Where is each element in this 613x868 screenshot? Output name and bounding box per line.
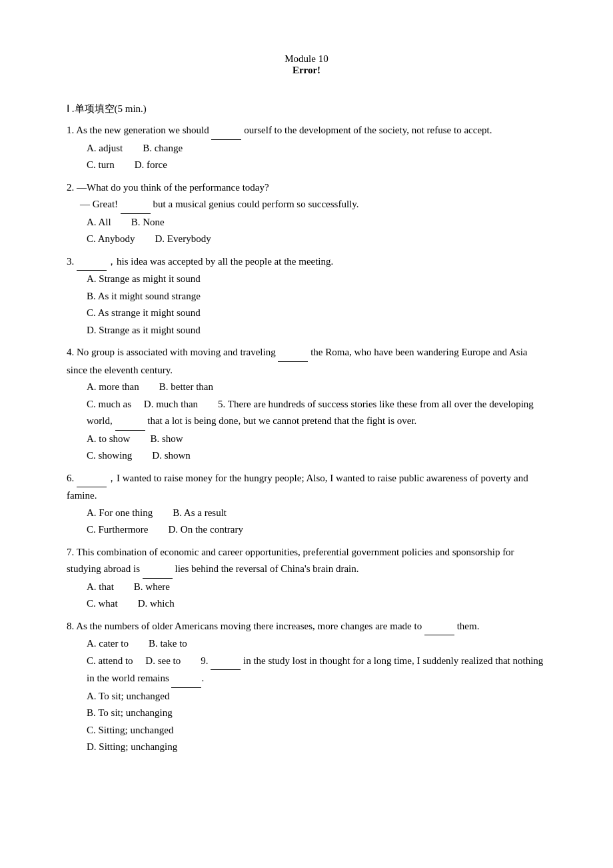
q1-option-a: A. adjust (87, 140, 123, 157)
question-3: 3. ，his idea was accepted by all the peo… (67, 253, 546, 339)
section-title: Ⅰ .单项填空(5 min.) (67, 103, 546, 115)
q6-blank (77, 470, 107, 488)
q2-options-row2: C. Anybody D. Everybody (87, 231, 546, 248)
q4-blank (278, 344, 308, 362)
q9-option-d: D. Sitting; unchanging (87, 739, 546, 756)
q9-option-a: A. To sit; unchanged (87, 688, 546, 705)
question-2: 2. —What do you think of the performance… (67, 179, 546, 248)
q6-options-row2: C. Furthermore D. On the contrary (87, 521, 546, 539)
q9-option-c: C. Sitting; unchanged (87, 722, 546, 739)
q5-option-d: D. shown (152, 447, 191, 465)
q5-option-a: A. to show (87, 431, 130, 448)
q1-blank (211, 122, 241, 140)
q7-option-b: B. where (134, 579, 170, 596)
q7-text: 7. This combination of economic and care… (67, 544, 546, 579)
q8-option-a: A. cater to (87, 635, 129, 653)
q8-blank (424, 618, 454, 636)
q7-blank (143, 561, 173, 579)
q2-option-d: D. Everybody (155, 231, 211, 248)
question-8: 8. As the numbers of older Americans mov… (67, 618, 546, 756)
q2-option-b: B. None (131, 214, 165, 231)
q6-options-row1: A. For one thing B. As a result (87, 505, 546, 522)
q1-options-row1: A. adjust B. change (87, 140, 546, 157)
error-title: Error! (67, 65, 546, 76)
q8-q9-combined: C. attend to D. see to 9. in the study l… (87, 653, 546, 688)
question-7: 7. This combination of economic and care… (67, 544, 546, 613)
question-4: 4. No group is associated with moving an… (67, 344, 546, 465)
q3-text: 3. ，his idea was accepted by all the peo… (67, 253, 546, 271)
q2-option-c: C. Anybody (87, 231, 135, 248)
q7-options-row1: A. that B. where (87, 579, 546, 596)
q4-text: 4. No group is associated with moving an… (67, 344, 546, 379)
q8-option-b: B. take to (149, 635, 187, 653)
q1-text: 1. As the new generation we should ourse… (67, 122, 546, 140)
q2-option-a: A. All (87, 214, 111, 231)
q3-blank (77, 253, 107, 271)
q2-text-line2: — Great! but a musical genius could perf… (80, 196, 546, 214)
q7-options-row2: C. what D. which (87, 595, 546, 613)
q2-text-line1: 2. —What do you think of the performance… (67, 179, 546, 197)
module-title: Module 10 (67, 53, 546, 65)
q6-option-d: D. On the contrary (168, 521, 243, 539)
q1-option-d: D. force (135, 157, 167, 174)
q5-options-row1: A. to show B. show (87, 431, 546, 448)
q2-options-row1: A. All B. None (87, 214, 546, 231)
q3-option-a: A. Strange as might it sound (87, 271, 546, 288)
q6-option-a: A. For one thing (87, 505, 153, 522)
q4-options-row1: A. more than B. better than (87, 379, 546, 396)
q3-option-c: C. As strange it might sound (87, 305, 546, 322)
q1-options-row2: C. turn D. force (87, 157, 546, 174)
q8-options-row1: A. cater to B. take to (87, 635, 546, 653)
q7-option-a: A. that (87, 579, 114, 596)
q7-option-d: D. which (138, 595, 175, 613)
q6-text: 6. ，I wanted to raise money for the hung… (67, 470, 546, 505)
q7-option-c: C. what (87, 595, 118, 613)
q4-option-b: B. better than (159, 379, 213, 396)
q3-option-b: B. As it might sound strange (87, 288, 546, 305)
q9-blank2 (171, 670, 201, 688)
q1-option-c: C. turn (87, 157, 115, 174)
q3-option-d: D. Strange as it might sound (87, 322, 546, 339)
q5-blank (115, 413, 145, 431)
q5-option-b: B. show (150, 431, 183, 448)
q6-option-c: C. Furthermore (87, 521, 148, 539)
q5-option-c: C. showing (87, 447, 132, 465)
question-6: 6. ，I wanted to raise money for the hung… (67, 470, 546, 539)
page-header: Module 10 Error! (67, 53, 546, 76)
q6-option-b: B. As a result (173, 505, 227, 522)
q9-option-b: B. To sit; unchanging (87, 705, 546, 722)
q4-option-a: A. more than (87, 379, 139, 396)
q8-text: 8. As the numbers of older Americans mov… (67, 618, 546, 636)
q1-option-b: B. change (143, 140, 183, 157)
question-1: 1. As the new generation we should ourse… (67, 122, 546, 174)
q2-blank (121, 196, 151, 214)
q5-options-row2: C. showing D. shown (87, 447, 546, 465)
q9-blank1 (211, 653, 241, 671)
q4-q5-combined: C. much as D. much than 5. There are hun… (87, 396, 546, 431)
